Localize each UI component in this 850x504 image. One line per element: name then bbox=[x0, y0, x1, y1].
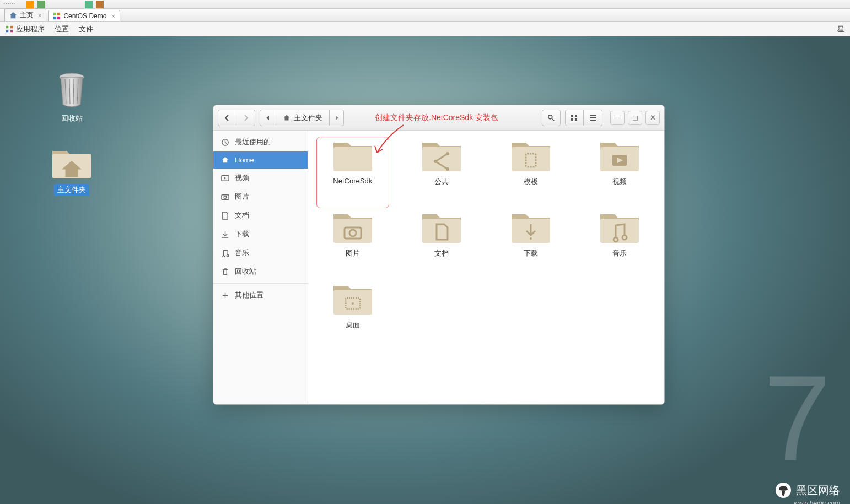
grid-icon bbox=[571, 114, 578, 122]
menu-files[interactable]: 文件 bbox=[79, 24, 93, 34]
desktop-home-folder[interactable]: 主文件夹 bbox=[47, 147, 96, 196]
sidebar-downloads[interactable]: 下载 bbox=[213, 225, 308, 243]
file-item[interactable]: 音乐 bbox=[587, 211, 654, 277]
svg-rect-2 bbox=[53, 17, 56, 19]
menu-places[interactable]: 位置 bbox=[55, 24, 69, 34]
chevron-left-icon bbox=[223, 114, 231, 122]
file-item[interactable]: 视频 bbox=[587, 139, 654, 205]
close-icon[interactable]: × bbox=[109, 13, 115, 19]
nav-back-button[interactable] bbox=[218, 110, 236, 126]
svg-rect-18 bbox=[571, 118, 573, 121]
file-name: NetCoreSdk bbox=[333, 177, 372, 185]
svg-rect-17 bbox=[575, 115, 577, 117]
svg-rect-0 bbox=[53, 13, 56, 15]
file-item[interactable]: 模板 bbox=[497, 139, 564, 205]
camera-icon bbox=[221, 193, 229, 201]
centos-icon bbox=[53, 12, 61, 20]
search-button[interactable] bbox=[542, 110, 561, 126]
folder-icon bbox=[598, 211, 641, 245]
sidebar-item-label: 最近使用的 bbox=[235, 137, 271, 147]
folder-icon bbox=[598, 139, 641, 174]
sidebar-trash[interactable]: 回收站 bbox=[213, 262, 308, 281]
tab-home[interactable]: 主页 × bbox=[4, 8, 46, 21]
sidebar-documents[interactable]: 文档 bbox=[213, 206, 308, 225]
menu-label: 文件 bbox=[79, 24, 93, 34]
video-icon bbox=[221, 174, 229, 182]
home-icon bbox=[221, 156, 229, 164]
icon-label: 回收站 bbox=[58, 112, 86, 124]
sidebar: 最近使用的 Home 视频 图片 文档 bbox=[213, 131, 308, 404]
watermark-url: www.heiqu.com bbox=[794, 500, 840, 504]
path-label: 主文件夹 bbox=[294, 113, 322, 123]
window-maximize-button[interactable]: ◻ bbox=[628, 111, 642, 125]
svg-rect-19 bbox=[575, 118, 577, 121]
file-grid[interactable]: NetCoreSdk 公共 模板 视频 图片 文档 bbox=[308, 131, 664, 404]
file-name: 图片 bbox=[346, 248, 360, 258]
chevron-right-icon bbox=[242, 114, 250, 122]
sidebar-videos[interactable]: 视频 bbox=[213, 169, 308, 187]
file-item[interactable]: 图片 bbox=[319, 211, 386, 277]
svg-point-26 bbox=[224, 196, 227, 198]
window-minimize-button[interactable]: — bbox=[610, 111, 625, 125]
view-grid-button[interactable] bbox=[565, 110, 584, 126]
svg-rect-7 bbox=[10, 30, 13, 32]
home-icon bbox=[9, 12, 17, 19]
path-bar: 主文件夹 bbox=[260, 110, 344, 126]
sidebar-recent[interactable]: 最近使用的 bbox=[213, 133, 308, 151]
svg-rect-6 bbox=[6, 30, 8, 32]
file-item[interactable]: 桌面 bbox=[319, 283, 386, 349]
home-icon bbox=[283, 114, 290, 122]
sidebar-item-label: 图片 bbox=[235, 192, 249, 202]
annotation-text: 创建文件夹存放.NetCoreSdk 安装包 bbox=[375, 113, 498, 123]
sidebar-item-label: 其他位置 bbox=[235, 290, 263, 300]
svg-point-41 bbox=[530, 237, 532, 240]
file-name: 视频 bbox=[612, 177, 627, 187]
path-current[interactable]: 主文件夹 bbox=[276, 110, 330, 126]
svg-rect-4 bbox=[6, 25, 8, 28]
vm-menubar: 应用程序 位置 文件 星 bbox=[0, 22, 850, 36]
tab-label: 主页 bbox=[20, 10, 33, 20]
file-item[interactable]: 公共 bbox=[408, 139, 476, 205]
folder-icon bbox=[50, 147, 93, 181]
window-close-button[interactable]: ✕ bbox=[645, 111, 660, 125]
triangle-left-icon bbox=[265, 115, 271, 121]
path-parent-button[interactable] bbox=[260, 110, 276, 126]
menu-label: 位置 bbox=[55, 24, 69, 34]
sidebar-music[interactable]: 音乐 bbox=[213, 243, 308, 262]
sidebar-pictures[interactable]: 图片 bbox=[213, 187, 308, 206]
mushroom-icon bbox=[775, 482, 792, 498]
file-item[interactable]: NetCoreSdk bbox=[319, 139, 386, 205]
view-menu-button[interactable] bbox=[584, 110, 602, 126]
folder-icon bbox=[509, 139, 552, 174]
vm-desktop[interactable]: 应用程序 位置 文件 星 回收站 主文件夹 bbox=[0, 22, 850, 504]
folder-icon bbox=[509, 211, 552, 245]
file-name: 模板 bbox=[524, 177, 538, 187]
menu-label: 应用程序 bbox=[16, 24, 45, 34]
sidebar-item-label: 视频 bbox=[235, 173, 249, 183]
watermark-brand: 黑区网络 bbox=[796, 483, 840, 498]
sidebar-other-locations[interactable]: 其他位置 bbox=[213, 286, 308, 305]
folder-icon bbox=[331, 139, 374, 174]
desktop-trash[interactable]: 回收站 bbox=[47, 72, 96, 124]
svg-rect-42 bbox=[600, 219, 639, 243]
folder-icon bbox=[331, 211, 374, 245]
sidebar-home[interactable]: Home bbox=[213, 151, 308, 169]
desktop-icons: 回收站 主文件夹 bbox=[47, 72, 96, 196]
clock-area[interactable]: 星 bbox=[837, 24, 844, 34]
menu-applications[interactable]: 应用程序 bbox=[6, 24, 45, 34]
close-icon[interactable]: × bbox=[36, 12, 41, 19]
sidebar-item-label: Home bbox=[235, 156, 254, 164]
tab-centos[interactable]: CentOS Demo × bbox=[48, 10, 120, 21]
nav-forward-button[interactable] bbox=[236, 110, 255, 126]
search-icon bbox=[547, 114, 555, 122]
file-name: 桌面 bbox=[346, 320, 360, 330]
close-icon: ✕ bbox=[650, 113, 656, 122]
icon-label: 主文件夹 bbox=[54, 184, 89, 196]
file-item[interactable]: 文档 bbox=[408, 211, 476, 277]
path-child-button[interactable] bbox=[330, 110, 344, 126]
file-item[interactable]: 下载 bbox=[497, 211, 564, 277]
watermark: 黑区网络 bbox=[775, 482, 840, 498]
clock-icon bbox=[221, 138, 229, 147]
host-toolbar-strip: ⋯⋯ bbox=[0, 0, 850, 9]
svg-line-15 bbox=[552, 118, 555, 121]
